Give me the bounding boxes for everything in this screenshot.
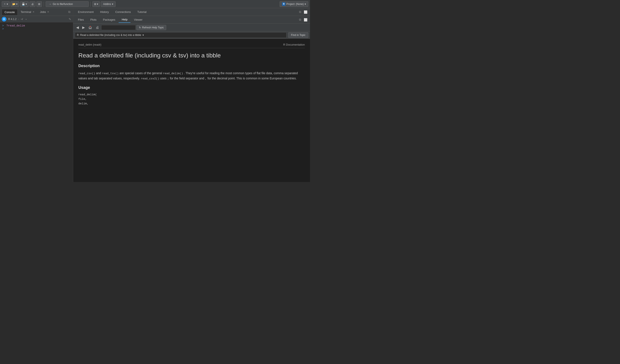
jobs-close-btn[interactable]: ✕: [47, 11, 49, 13]
grid-btn[interactable]: ⊞: [36, 1, 42, 7]
forward-btn[interactable]: ▶: [81, 25, 86, 30]
tab-connections[interactable]: Connections: [112, 9, 134, 15]
tab-terminal[interactable]: Terminal ✕: [18, 9, 37, 15]
usage-title: Usage: [78, 85, 305, 90]
help-divider-top: [78, 48, 305, 48]
console-path: ~/: [21, 18, 23, 21]
console-content[interactable]: > ?read_delim >: [0, 22, 73, 182]
tab-packages[interactable]: Packages: [100, 17, 118, 23]
topic-selector-dropdown-icon: ▾: [142, 33, 144, 37]
refresh-icon: ↻: [139, 26, 141, 29]
console-arrow-icon: →: [25, 18, 27, 21]
jobs-tab-label: Jobs: [40, 10, 46, 14]
help-search-input[interactable]: [101, 25, 136, 30]
tab-jobs[interactable]: Jobs ✕: [37, 9, 52, 15]
upper-maximize-btn[interactable]: ⬜: [303, 10, 308, 14]
help-meta: read_delim {readr} R Documentation: [78, 43, 305, 46]
print-btn[interactable]: 🖨: [30, 1, 35, 7]
desc-text-3: uses: [160, 76, 167, 80]
topic-selector-label: R: Read a delimited file (including csv …: [77, 33, 141, 37]
help-label: Help: [122, 18, 127, 21]
doc-meta-left: read_delim {readr}: [78, 43, 101, 46]
goto-icon: →: [49, 2, 51, 6]
home-btn[interactable]: [87, 25, 93, 30]
tab-help[interactable]: Help: [119, 16, 130, 23]
tab-console[interactable]: Console: [2, 9, 18, 15]
help-doc-title: Read a delimited file (including csv & t…: [78, 52, 305, 59]
desc-code-6: ,: [205, 77, 207, 80]
tutorial-label: Tutorial: [137, 10, 147, 14]
environment-label: Environment: [78, 10, 94, 14]
back-btn[interactable]: ◀: [75, 25, 80, 30]
print-help-btn[interactable]: 🖨: [94, 25, 100, 30]
home-icon: [88, 26, 92, 30]
console-line-1: > ?read_delim: [2, 24, 71, 27]
console-clear-btn[interactable]: ✎: [69, 17, 71, 21]
project-label: Project: (None): [286, 2, 304, 6]
top-toolbar: ＋ ▾ 📂 ▾ 💾 ▾ 🖨 ⊞ → Go to file/function ⊞ …: [0, 0, 310, 8]
find-in-topic-label: Find in Topic: [291, 33, 306, 37]
usage-line-2: file,: [78, 97, 305, 102]
console-tab-actions: ⧉: [67, 10, 71, 14]
r-project-icon: R: [282, 2, 285, 6]
command-1: ?read_delim: [6, 24, 25, 27]
console-separator-dot: ·: [18, 18, 19, 21]
open-dropdown-icon: ▾: [16, 2, 17, 6]
refresh-help-btn[interactable]: ↻ Refresh Help Topic: [137, 25, 166, 30]
back-icon: ◀: [76, 25, 79, 30]
tab-plots[interactable]: Plots: [87, 17, 99, 23]
console-tab-label: Console: [4, 11, 15, 14]
forward-icon: ▶: [82, 25, 85, 30]
print-icon: 🖨: [31, 2, 34, 6]
terminal-close-btn[interactable]: ✕: [32, 11, 34, 13]
files-label: Files: [78, 18, 84, 21]
svg-rect-0: [90, 26, 91, 27]
desc-code-1: read_csv(): [78, 72, 95, 75]
r-badge: R: [2, 17, 6, 21]
goto-label: Go to file/function: [53, 2, 73, 6]
tab-environment[interactable]: Environment: [75, 9, 97, 15]
help-content[interactable]: read_delim {readr} R Documentation Read …: [73, 39, 310, 182]
tab-files[interactable]: Files: [75, 17, 87, 23]
terminal-tab-label: Terminal: [21, 10, 31, 14]
lower-restore-btn[interactable]: ⧉: [298, 17, 302, 22]
topic-selector[interactable]: R: Read a delimited file (including csv …: [75, 32, 287, 38]
layout-btn[interactable]: ⊞ ▾: [92, 1, 100, 7]
tab-tutorial[interactable]: Tutorial: [134, 9, 150, 15]
addins-dropdown-icon: ▾: [112, 2, 113, 6]
usage-code-block: read_delim( file, delim,: [78, 92, 305, 106]
project-btn[interactable]: R Project: (None) ▾: [280, 1, 308, 7]
open-file-icon: 📂: [12, 2, 16, 6]
lower-maximize-btn[interactable]: ⬜: [303, 18, 308, 22]
upper-tab-bar: Environment History Connections Tutorial…: [73, 8, 310, 16]
tab-viewer[interactable]: Viewer: [131, 17, 146, 23]
lower-tab-bar: Files Plots Packages Help Viewer ⧉ ⬜: [73, 16, 310, 24]
save-icon: 💾: [22, 2, 25, 6]
project-dropdown-icon: ▾: [305, 2, 306, 6]
help-search-wrapper: 🔍: [101, 25, 136, 30]
new-file-btn[interactable]: ＋ ▾: [2, 1, 10, 7]
description-paragraph: read_csv() and read_tsv() are special ca…: [78, 71, 305, 81]
left-panel: Console Terminal ✕ Jobs ✕ ⧉ R R 4.1.2 · …: [0, 8, 73, 182]
r-version: R 4.1.2: [8, 18, 16, 21]
save-btn[interactable]: 💾 ▾: [20, 1, 29, 7]
console-toolbar: R R 4.1.2 · ~/ → ✎: [0, 16, 73, 22]
prompt-1: >: [2, 24, 4, 27]
find-in-topic-btn[interactable]: Find in Topic: [288, 32, 308, 38]
lower-tab-actions: ⧉ ⬜: [298, 17, 308, 22]
goto-bar[interactable]: → Go to file/function: [46, 1, 89, 7]
upper-tab-actions: ⧉ ⬜: [298, 10, 308, 14]
addins-btn[interactable]: Addins ▾: [101, 1, 116, 7]
console-restore-btn[interactable]: ⧉: [67, 10, 71, 14]
desc-text-and: and: [96, 71, 102, 75]
addins-label: Addins: [103, 2, 111, 6]
help-topic-bar: R: Read a delimited file (including csv …: [73, 31, 310, 39]
open-file-btn[interactable]: 📂 ▾: [11, 1, 19, 7]
usage-line-3: delim,: [78, 102, 305, 106]
layout-icon: ⊞: [94, 2, 96, 6]
upper-restore-btn[interactable]: ⧉: [298, 10, 302, 14]
tab-history[interactable]: History: [97, 9, 112, 15]
grid-icon: ⊞: [38, 2, 40, 6]
desc-text-5: for the decimal point. This is common in…: [208, 76, 297, 80]
history-label: History: [100, 10, 109, 14]
